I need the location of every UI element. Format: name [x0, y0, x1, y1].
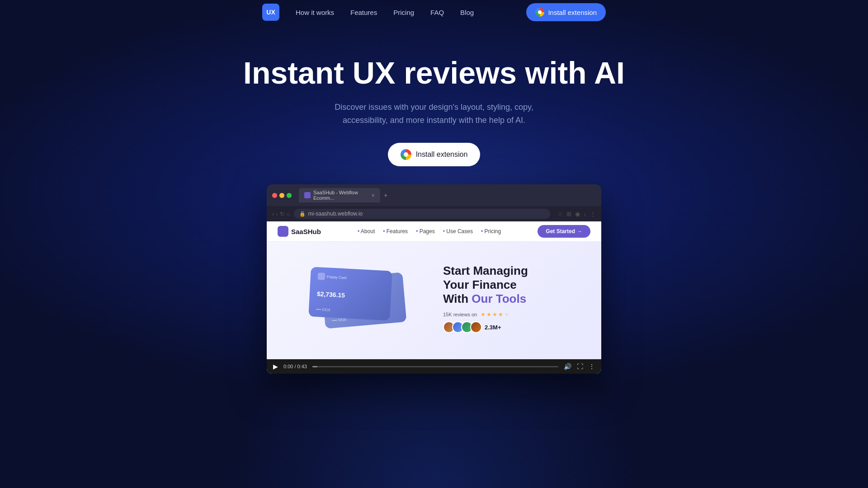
inner-hero-line3: With [443, 292, 468, 305]
inner-nav-features[interactable]: Features [383, 228, 408, 235]
nav-link-features[interactable]: Features [350, 9, 377, 16]
credit-card-front: Finpay Card $2,736.15 •••• 5318 [308, 267, 392, 321]
new-tab-icon[interactable]: + [384, 192, 387, 199]
video-right-controls: 🔊 ⛶ ⋮ [564, 363, 595, 370]
url-input-area[interactable]: 🔒 mi-saashub.webflow.io [294, 209, 550, 219]
browser-wrapper: SaaSHub - Webflow Ecomm... ✕ + ‹ › ↻ ⌂ 🔒… [0, 184, 868, 374]
inner-nav-about[interactable]: About [358, 228, 375, 235]
inner-hero-title: Start Managing Your Finance With Our Too… [443, 264, 583, 306]
browser-content: SaaSHub About Features Pages Use Cases P… [267, 221, 601, 374]
star-5: ★ [504, 311, 509, 318]
inner-reviews: 15K reviews on ★ ★ ★ ★ ★ [443, 311, 583, 318]
inner-cta-arrow-icon: → [577, 228, 582, 235]
inner-nav-links: About Features Pages Use Cases Pricing [358, 228, 501, 235]
forward-icon[interactable]: › [276, 211, 278, 217]
nav-left: UX How it works Features Pricing FAQ Blo… [262, 4, 474, 21]
browser-tab-area: SaaSHub - Webflow Ecomm... ✕ + [299, 188, 592, 202]
home-icon[interactable]: ⌂ [287, 211, 290, 217]
inner-hero-area: Finpay Card $2.7... •••• 5318 Finpay Car… [267, 242, 601, 359]
card-front-logo: Finpay Card [318, 273, 385, 284]
users-count: 2.3M+ [485, 324, 501, 331]
inner-site-nav: SaaSHub About Features Pages Use Cases P… [267, 221, 601, 242]
inner-logo-icon [278, 226, 288, 237]
inner-nav-pricing[interactable]: Pricing [481, 228, 501, 235]
install-extension-hero-button[interactable]: Install extension [388, 143, 481, 166]
install-extension-nav-label: Install extension [548, 9, 597, 16]
inner-hero-line1: Start Managing [443, 264, 528, 277]
nav-link-blog[interactable]: Blog [460, 9, 474, 16]
inner-site-cta-button[interactable]: Get Started → [538, 225, 590, 238]
tab-close-icon[interactable]: ✕ [371, 193, 375, 198]
inner-hero-left: Finpay Card $2.7... •••• 5318 Finpay Car… [285, 267, 425, 330]
volume-icon[interactable]: 🔊 [564, 363, 571, 370]
url-lock-icon: 🔒 [299, 211, 306, 217]
extensions-icon[interactable]: ⊞ [566, 211, 571, 217]
tab-favicon [304, 192, 311, 198]
reviews-text: 15K reviews on [443, 312, 477, 317]
nav-link-faq[interactable]: FAQ [430, 9, 444, 16]
traffic-light-minimize[interactable] [279, 193, 284, 198]
download-icon[interactable]: ↓ [584, 211, 587, 217]
browser-tab[interactable]: SaaSHub - Webflow Ecomm... ✕ [299, 188, 380, 202]
traffic-lights [272, 193, 292, 198]
url-text: mi-saashub.webflow.io [308, 211, 363, 217]
card-front-logo-icon [318, 273, 326, 281]
reload-icon[interactable]: ↻ [280, 211, 285, 217]
back-icon[interactable]: ‹ [272, 211, 274, 217]
inner-site-cta-label: Get Started [546, 228, 575, 235]
card-front-amount: $2,736.15 [316, 290, 384, 301]
video-settings-icon[interactable]: ⋮ [589, 363, 595, 370]
browser-bar: SaaSHub - Webflow Ecomm... ✕ + [267, 184, 601, 206]
inner-site-logo: SaaSHub [278, 226, 321, 237]
bookmark-icon[interactable]: ☆ [557, 211, 563, 217]
star-4: ★ [498, 311, 503, 318]
hero-subtitle-line2: accessibility, and more instantly with t… [343, 116, 525, 125]
nav-link-pricing[interactable]: Pricing [393, 9, 414, 16]
menu-icon[interactable]: ⋮ [590, 211, 596, 217]
profile-icon[interactable]: ◉ [575, 211, 580, 217]
navbar: UX How it works Features Pricing FAQ Blo… [0, 0, 868, 24]
star-2: ★ [486, 311, 491, 318]
hero-section: Instant UX reviews with AI Discover issu… [0, 24, 868, 166]
video-progress-fill [312, 366, 317, 367]
inner-site-logo-text: SaaSHub [291, 228, 321, 235]
inner-hero-accent: Our Tools [472, 292, 526, 305]
video-progress-bar[interactable] [312, 366, 558, 367]
card-front-name: Finpay Card [327, 275, 347, 280]
browser-nav-buttons: ‹ › ↻ ⌂ [272, 211, 290, 217]
inner-hero-right: Start Managing Your Finance With Our Too… [443, 264, 583, 333]
hero-subtitle-line1: Discover issues with your design's layou… [335, 103, 533, 112]
video-controls: ▶ 0:00 / 0:43 🔊 ⛶ ⋮ [267, 359, 601, 374]
play-button[interactable]: ▶ [273, 363, 278, 370]
star-1: ★ [481, 311, 486, 318]
inner-nav-usecases[interactable]: Use Cases [443, 228, 473, 235]
video-time: 0:00 / 0:43 [283, 364, 307, 369]
star-3: ★ [492, 311, 497, 318]
inner-users: 2.3M+ [443, 321, 583, 333]
avatars [443, 321, 482, 333]
browser-right-icons: ☆ ⊞ ◉ ↓ ⋮ [557, 211, 596, 217]
browser-url-bar-row: ‹ › ↻ ⌂ 🔒 mi-saashub.webflow.io ☆ ⊞ ◉ ↓ … [267, 206, 601, 221]
inner-nav-pages[interactable]: Pages [416, 228, 435, 235]
nav-link-how-it-works[interactable]: How it works [296, 9, 334, 16]
card-stack: Finpay Card $2.7... •••• 5318 Finpay Car… [305, 267, 405, 330]
traffic-light-fullscreen[interactable] [287, 193, 292, 198]
stars: ★ ★ ★ ★ ★ [481, 311, 509, 318]
inner-hero-line2: Your Finance [443, 278, 517, 291]
browser-window: SaaSHub - Webflow Ecomm... ✕ + ‹ › ↻ ⌂ 🔒… [267, 184, 601, 374]
tab-title: SaaSHub - Webflow Ecomm... [313, 190, 368, 201]
traffic-light-close[interactable] [272, 193, 277, 198]
chrome-icon-nav [535, 8, 544, 17]
fullscreen-icon[interactable]: ⛶ [577, 363, 583, 370]
avatar-4 [470, 321, 482, 333]
install-extension-nav-button[interactable]: Install extension [526, 3, 606, 21]
logo[interactable]: UX [262, 4, 279, 21]
card-front-details: •••• 5318 [316, 307, 383, 315]
install-extension-hero-label: Install extension [416, 150, 468, 159]
hero-title: Instant UX reviews with AI [0, 56, 868, 90]
hero-subtitle: Discover issues with your design's layou… [0, 101, 868, 127]
nav-links: How it works Features Pricing FAQ Blog [296, 9, 474, 16]
chrome-icon-hero [401, 149, 411, 160]
